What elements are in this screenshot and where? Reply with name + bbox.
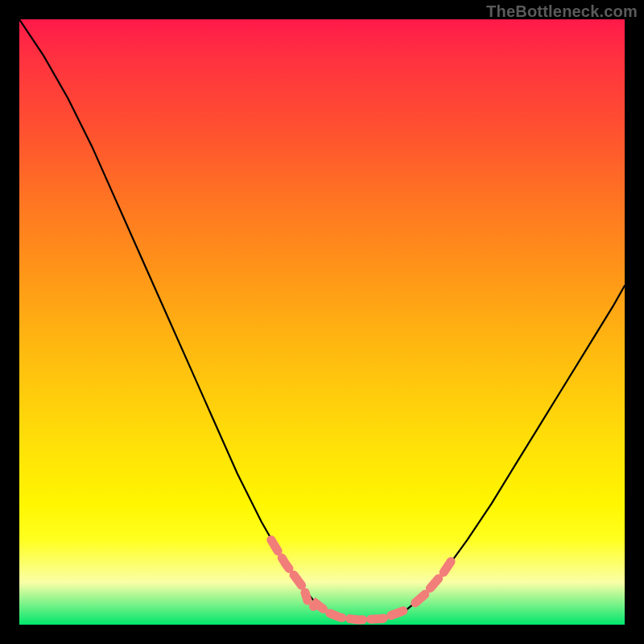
pink-dash-segment (415, 557, 454, 603)
pink-dash-segment (314, 604, 407, 620)
watermark-text: TheBottleneck.com (486, 2, 638, 21)
curve-layer (19, 19, 625, 625)
plot-area (19, 19, 625, 625)
pink-dash-group (271, 540, 454, 620)
pink-dash-segment (271, 540, 308, 601)
chart-container: TheBottleneck.com (0, 0, 644, 644)
bottleneck-curve (19, 19, 625, 620)
